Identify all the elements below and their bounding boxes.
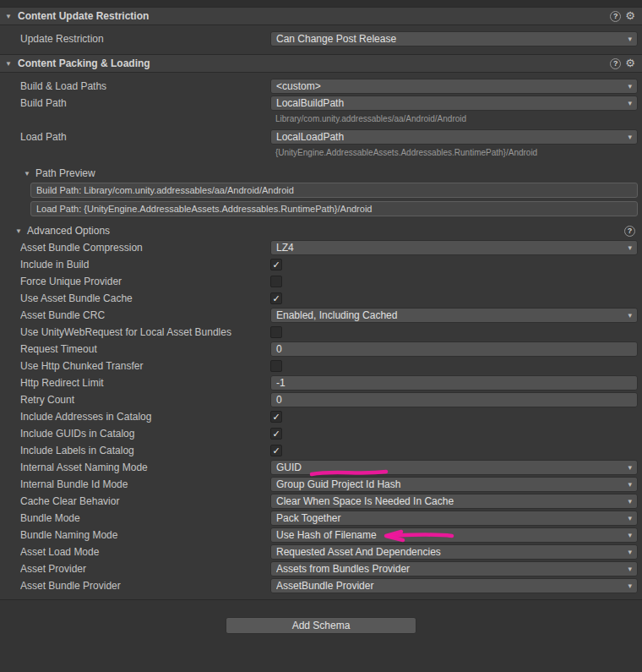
request-timeout-input[interactable]: 0 <box>270 341 638 357</box>
section-title: Content Packing & Loading <box>18 57 150 69</box>
asset-bundle-compression-dropdown[interactable]: LZ4▾ <box>270 240 638 255</box>
dropdown-arrow-icon: ▾ <box>628 463 632 472</box>
foldout-label: Advanced Options <box>27 225 110 237</box>
bundle-mode-dropdown[interactable]: Pack Together▾ <box>270 511 638 526</box>
field-label: Include in Build <box>20 259 270 270</box>
http-redirect-limit-input[interactable]: -1 <box>270 375 638 391</box>
help-icon[interactable]: ? <box>610 11 621 22</box>
advanced-options-foldout[interactable]: ▼ Advanced Options ? <box>0 222 642 239</box>
foldout-open-icon[interactable]: ▼ <box>14 227 24 235</box>
row-include-in-build: Include in Build ✓ <box>0 256 642 273</box>
dropdown-value: Assets from Bundles Provider <box>276 563 624 575</box>
help-icon[interactable]: ? <box>610 58 621 69</box>
field-label: Cache Clear Behavior <box>20 495 270 507</box>
help-icon[interactable]: ? <box>624 226 635 237</box>
include-addresses-in-catalog-checkbox[interactable]: ✓ <box>270 411 282 423</box>
dropdown-arrow-icon: ▾ <box>628 243 632 252</box>
row-cache-clear-behavior: Cache Clear Behavior Clear When Space Is… <box>0 493 642 510</box>
row-build-load-paths: Build & Load Paths <custom> ▾ <box>0 78 642 95</box>
row-use-http-chunked-transfer: Use Http Chunked Transfer <box>0 358 642 374</box>
internal-bundle-id-mode-dropdown[interactable]: Group Guid Project Id Hash▾ <box>270 477 638 492</box>
load-path-preview-field: Load Path: {UnityEngine.AddressableAsset… <box>30 201 638 216</box>
row-asset-bundle-provider: Asset Bundle Provider AssetBundle Provid… <box>0 577 642 594</box>
row-asset-bundle-compression: Asset Bundle Compression LZ4▾ <box>0 239 642 256</box>
path-preview-foldout[interactable]: ▼ Path Preview <box>0 165 642 182</box>
field-label: Use Http Chunked Transfer <box>20 360 270 372</box>
field-label: Internal Bundle Id Mode <box>20 478 270 490</box>
section-title: Content Update Restriction <box>18 10 149 22</box>
field-label: Request Timeout <box>20 343 270 355</box>
foldout-open-icon[interactable]: ▼ <box>22 170 32 178</box>
row-internal-bundle-id-mode: Internal Bundle Id Mode Group Guid Proje… <box>0 476 642 493</box>
row-build-path: Build Path LocalBuildPath ▾ <box>0 95 642 112</box>
section-header-content-update-restriction[interactable]: ▼ Content Update Restriction ? ⚙ <box>0 7 642 25</box>
dropdown-value: Pack Together <box>276 512 624 524</box>
unity-inspector-panel: ▼ Content Update Restriction ? ⚙ Update … <box>0 0 642 672</box>
row-bundle-mode: Bundle Mode Pack Together▾ <box>0 510 642 527</box>
gear-icon[interactable]: ⚙ <box>625 10 635 22</box>
row-include-labels-in-catalog: Include Labels in Catalog ✓ <box>0 442 642 459</box>
use-http-chunked-transfer-checkbox[interactable] <box>270 360 282 372</box>
build-path-preview-field: Build Path: Library/com.unity.addressabl… <box>30 183 638 198</box>
dropdown-arrow-icon: ▾ <box>628 480 632 489</box>
bundle-naming-mode-dropdown[interactable]: Use Hash of Filename ▾ <box>270 527 638 543</box>
field-label: Load Path <box>20 131 270 143</box>
row-force-unique-provider: Force Unique Provider <box>0 273 642 290</box>
row-asset-bundle-crc: Asset Bundle CRC Enabled, Including Cach… <box>0 307 642 324</box>
internal-asset-naming-mode-dropdown[interactable]: GUID ▾ <box>270 460 638 475</box>
field-label: Retry Count <box>20 394 270 406</box>
include-in-build-checkbox[interactable]: ✓ <box>270 259 282 270</box>
update-restriction-dropdown[interactable]: Can Change Post Release ▾ <box>270 31 638 46</box>
row-asset-load-mode: Asset Load Mode Requested Asset And Depe… <box>0 544 642 560</box>
row-include-addresses-in-catalog: Include Addresses in Catalog ✓ <box>0 408 642 425</box>
foldout-open-icon[interactable]: ▼ <box>3 60 14 68</box>
dropdown-value: LocalLoadPath <box>276 131 624 143</box>
include-labels-in-catalog-checkbox[interactable]: ✓ <box>270 445 282 456</box>
gear-icon[interactable]: ⚙ <box>625 57 635 69</box>
row-use-unitywebrequest: Use UnityWebRequest for Local Asset Bund… <box>0 324 642 341</box>
build-path-hint: Library/com.unity.addressables/aa/Androi… <box>275 114 466 123</box>
row-request-timeout: Request Timeout 0 <box>0 341 642 358</box>
dropdown-arrow-icon: ▾ <box>628 311 632 320</box>
force-unique-provider-checkbox[interactable] <box>270 276 282 287</box>
row-include-guids-in-catalog: Include GUIDs in Catalog ✓ <box>0 425 642 442</box>
dropdown-value: AssetBundle Provider <box>276 580 624 592</box>
add-schema-button[interactable]: Add Schema <box>226 617 416 634</box>
field-label: Asset Bundle Compression <box>20 242 270 254</box>
cache-clear-behavior-dropdown[interactable]: Clear When Space Is Needed In Cache▾ <box>270 494 638 509</box>
dropdown-value: LZ4 <box>276 242 624 254</box>
row-http-redirect-limit: Http Redirect Limit -1 <box>0 374 642 391</box>
dropdown-arrow-icon: ▾ <box>628 497 632 505</box>
build-path-dropdown[interactable]: LocalBuildPath ▾ <box>270 96 638 111</box>
dropdown-value: Group Guid Project Id Hash <box>276 478 624 490</box>
field-label: Include Addresses in Catalog <box>20 411 270 423</box>
asset-load-mode-dropdown[interactable]: Requested Asset And Dependencies▾ <box>270 544 638 560</box>
load-path-dropdown[interactable]: LocalLoadPath ▾ <box>270 129 638 145</box>
field-label: Http Redirect Limit <box>20 377 270 389</box>
build-load-paths-dropdown[interactable]: <custom> ▾ <box>270 79 638 94</box>
asset-bundle-provider-dropdown[interactable]: AssetBundle Provider▾ <box>270 578 638 593</box>
dropdown-arrow-icon: ▾ <box>628 35 632 43</box>
field-label: Asset Bundle Provider <box>20 580 270 592</box>
include-guids-in-catalog-checkbox[interactable]: ✓ <box>270 428 282 440</box>
field-label: Include Labels in Catalog <box>20 445 270 456</box>
asset-provider-dropdown[interactable]: Assets from Bundles Provider▾ <box>270 561 638 576</box>
top-strip <box>0 0 642 7</box>
use-asset-bundle-cache-checkbox[interactable]: ✓ <box>270 292 282 304</box>
field-label: Asset Bundle CRC <box>20 309 270 321</box>
foldout-open-icon[interactable]: ▼ <box>3 13 14 20</box>
field-label: Bundle Naming Mode <box>20 529 270 541</box>
dropdown-value: Can Change Post Release <box>276 33 624 45</box>
use-unitywebrequest-checkbox[interactable] <box>270 326 282 338</box>
dropdown-value: GUID <box>276 462 624 473</box>
dropdown-arrow-icon: ▾ <box>628 133 632 141</box>
row-asset-provider: Asset Provider Assets from Bundles Provi… <box>0 560 642 577</box>
field-label: Bundle Mode <box>20 512 270 524</box>
asset-bundle-crc-dropdown[interactable]: Enabled, Including Cached▾ <box>270 308 638 323</box>
row-bundle-naming-mode: Bundle Naming Mode Use Hash of Filename … <box>0 527 642 544</box>
field-label: Use UnityWebRequest for Local Asset Bund… <box>20 326 270 338</box>
load-path-hint: {UnityEngine.AddressableAssets.Addressab… <box>275 148 537 157</box>
row-load-path: Load Path LocalLoadPath ▾ <box>0 128 642 145</box>
section-header-content-packing-loading[interactable]: ▼ Content Packing & Loading ? ⚙ <box>0 54 642 73</box>
retry-count-input[interactable]: 0 <box>270 392 638 407</box>
